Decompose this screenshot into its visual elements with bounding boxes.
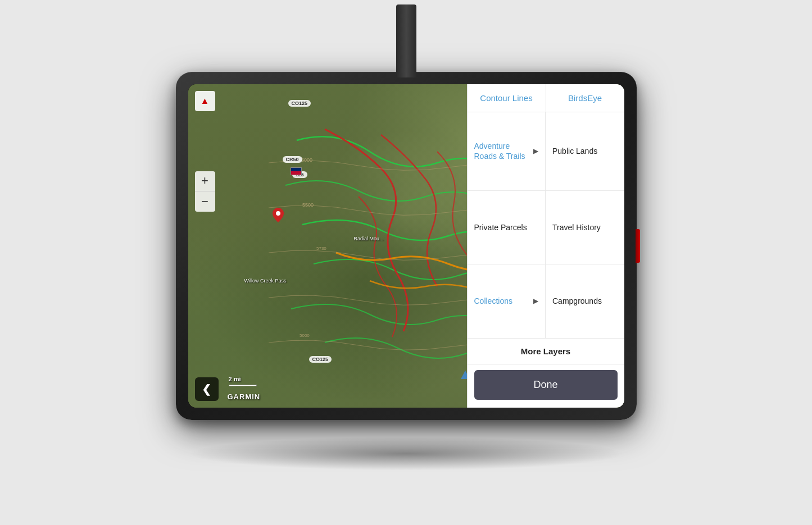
private-parcels-item[interactable]: Private Parcels [468, 191, 546, 264]
screen: 6000 5500 5000 5730 CO125 CR50 125 CO125 [188, 84, 624, 408]
road-label-co125-top: CO125 [288, 100, 311, 107]
menu-header: Contour Lines BirdsEye [468, 84, 624, 112]
back-arrow-icon: ❮ [202, 382, 211, 396]
screen-bezel: 6000 5500 5000 5730 CO125 CR50 125 CO125 [188, 84, 624, 408]
willow-creek-label: Willow Creek Pass [244, 278, 287, 284]
co-flag-marker [291, 167, 302, 175]
svg-text:5500: 5500 [302, 202, 314, 208]
garmin-device: 6000 5500 5000 5730 CO125 CR50 125 CO125 [176, 72, 637, 454]
svg-text:5000: 5000 [300, 333, 310, 338]
radial-mountain-label: Radial Mou... [354, 236, 384, 241]
adventure-roads-trails-item[interactable]: Adventure Roads & Trails ▶ [468, 112, 546, 191]
collections-item[interactable]: Collections ▶ [468, 264, 546, 338]
campgrounds-item[interactable]: Campgrounds [546, 264, 624, 338]
menu-items-grid: Adventure Roads & Trails ▶ Public Lands … [468, 112, 624, 339]
antenna [396, 4, 416, 77]
device-shadow [187, 437, 625, 471]
side-button[interactable] [636, 229, 640, 263]
collections-arrow-icon: ▶ [533, 297, 538, 305]
public-lands-item[interactable]: Public Lands [546, 112, 624, 191]
road-label-co125-bottom: CO125 [309, 356, 332, 363]
svg-text:6000: 6000 [301, 157, 312, 163]
location-pin [273, 208, 284, 226]
garmin-logo: GARMIN [228, 392, 261, 401]
road-label-cr50: CR50 [283, 156, 302, 163]
device-shell: 6000 5500 5000 5730 CO125 CR50 125 CO125 [176, 72, 637, 420]
map-scale: 2 mi [229, 376, 241, 382]
public-lands-label: Public Lands [552, 146, 597, 156]
compass-button[interactable]: ▲ [195, 91, 215, 111]
done-button[interactable]: Done [474, 370, 618, 400]
travel-history-label: Travel History [552, 222, 601, 232]
zoom-plus-icon: + [201, 174, 208, 188]
compass-arrow: ▲ [201, 96, 210, 106]
zoom-minus-icon: − [201, 194, 208, 209]
adventure-roads-trails-label: Adventure Roads & Trails [474, 141, 534, 161]
back-button[interactable]: ❮ [195, 377, 219, 401]
collections-label: Collections [474, 296, 512, 306]
private-parcels-label: Private Parcels [474, 222, 527, 232]
adventure-roads-arrow-icon: ▶ [533, 147, 538, 155]
more-layers-row[interactable]: More Layers [468, 339, 624, 364]
menu-panel: Contour Lines BirdsEye Adventure Roads &… [467, 84, 624, 408]
travel-history-item[interactable]: Travel History [546, 191, 624, 264]
done-button-label: Done [533, 379, 557, 390]
zoom-in-button[interactable]: + [195, 171, 215, 191]
scale-bar [229, 385, 257, 386]
contour-lines-tab[interactable]: Contour Lines [468, 84, 546, 112]
campgrounds-label: Campgrounds [552, 296, 602, 306]
birdseye-tab[interactable]: BirdsEye [546, 84, 624, 112]
zoom-out-button[interactable]: − [195, 191, 215, 212]
svg-point-6 [276, 211, 280, 216]
more-layers-label: More Layers [521, 346, 570, 356]
svg-text:5730: 5730 [316, 246, 326, 251]
